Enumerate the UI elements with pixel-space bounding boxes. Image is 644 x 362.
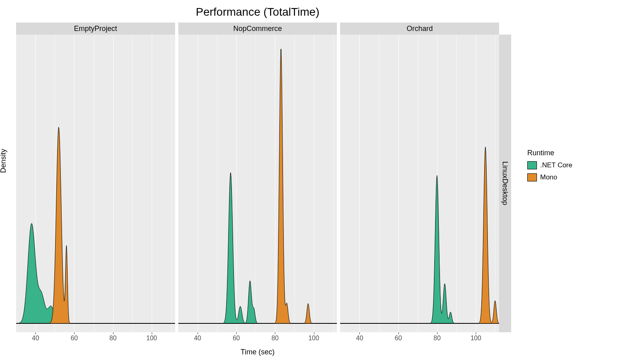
legend-item: .NET Core: [527, 160, 572, 170]
x-tick-label: 100: [308, 335, 319, 342]
x-tick-label: 60: [70, 335, 78, 342]
density-area: [178, 49, 337, 323]
x-tick-label: 40: [32, 335, 39, 342]
legend-title: Runtime: [527, 149, 572, 157]
tick-mark: [314, 332, 314, 334]
density-area: [178, 173, 337, 323]
tick-mark: [74, 332, 74, 334]
tick-mark: [359, 332, 360, 334]
facet-strip: Orchard: [340, 23, 499, 35]
x-tick-label: 40: [356, 335, 363, 342]
tick-mark: [437, 332, 438, 334]
tick-mark: [398, 332, 399, 334]
y-axis-label: Density: [0, 149, 8, 173]
x-tick-label: 80: [109, 335, 117, 342]
chart-title: Performance (TotalTime): [0, 6, 515, 19]
legend-swatch: [527, 160, 537, 170]
density-svg: [340, 35, 499, 332]
tick-mark: [476, 332, 476, 334]
tick-mark: [152, 332, 152, 334]
facet-row-strip: LinuxDesktop: [499, 35, 511, 332]
facet-panel: [16, 35, 175, 332]
x-tick-label: 100: [147, 335, 157, 342]
facet-strip: NopCommerce: [178, 23, 337, 35]
tick-mark: [35, 332, 36, 334]
facet-panel: [340, 35, 499, 332]
x-tick-label: 60: [395, 335, 402, 342]
x-tick-label: 100: [471, 335, 481, 342]
x-tick-label: 80: [271, 335, 279, 342]
facet-panel: [178, 35, 337, 332]
density-svg: [16, 35, 175, 332]
legend-label: Mono: [540, 173, 557, 181]
tick-mark: [275, 332, 275, 334]
x-tick-label: 80: [433, 335, 441, 342]
density-area: [340, 147, 499, 323]
legend-item: Mono: [527, 173, 572, 182]
density-area: [340, 175, 499, 323]
legend-swatch: [527, 173, 537, 182]
legend-label: .NET Core: [540, 161, 572, 169]
tick-mark: [198, 332, 198, 334]
tick-mark: [236, 332, 237, 334]
legend: Runtime .NET CoreMono: [527, 149, 572, 185]
tick-mark: [113, 332, 114, 334]
x-tick-label: 60: [233, 335, 240, 342]
facet-strip: EmptyProject: [16, 23, 175, 35]
density-svg: [178, 35, 337, 332]
x-tick-label: 40: [194, 335, 201, 342]
density-area: [16, 223, 175, 323]
x-axis-label: Time (sec): [0, 348, 515, 356]
